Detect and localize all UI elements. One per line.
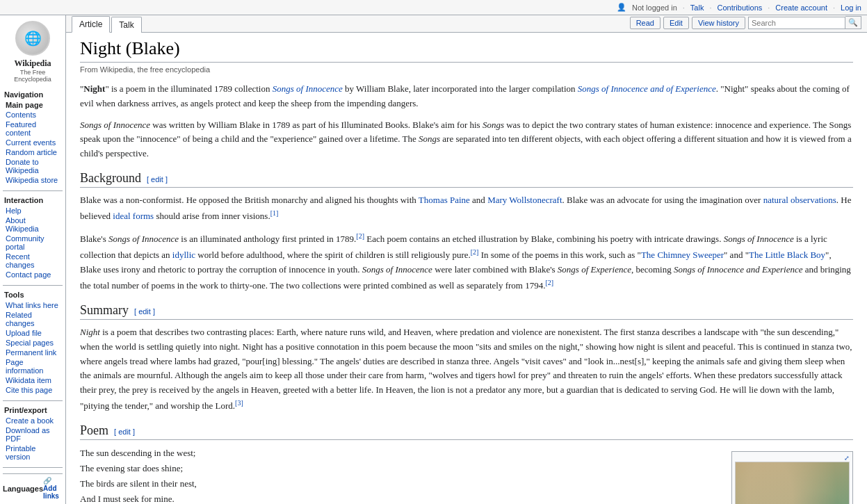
search-input[interactable] bbox=[748, 17, 845, 29]
sidebar-item-permanent[interactable]: Permanent link bbox=[3, 348, 63, 357]
footnote-1[interactable]: [1] bbox=[270, 209, 279, 217]
wikipedia-logo-icon: 🌐 bbox=[15, 21, 50, 56]
top-bar: 👤 Not logged in · Talk · Contributions ·… bbox=[0, 0, 867, 15]
tabs-bar: Article Talk Read Edit View history 🔍 bbox=[66, 15, 867, 33]
little-black-boy-link[interactable]: The Little Black Boy bbox=[749, 250, 825, 260]
footnote-2a[interactable]: [2] bbox=[356, 232, 364, 240]
summary-edit-link[interactable]: [ edit ] bbox=[134, 307, 155, 316]
sidebar-item-donate[interactable]: Donate to Wikipedia bbox=[3, 157, 63, 175]
sidebar-item-download-pdf[interactable]: Download as PDF bbox=[3, 425, 63, 444]
search-button[interactable]: 🔍 bbox=[845, 16, 861, 29]
sidebar-nav-section: Navigation Main page Contents Featured c… bbox=[3, 88, 63, 185]
article-from: From Wikipedia, the free encyclopedia bbox=[80, 65, 853, 74]
tab-article[interactable]: Article bbox=[72, 16, 110, 33]
natural-observations-link[interactable]: natural observations bbox=[763, 195, 836, 205]
user-icon: 👤 bbox=[617, 3, 626, 12]
sidebar-item-recent-changes[interactable]: Recent changes bbox=[3, 252, 63, 270]
sidebar-item-contact[interactable]: Contact page bbox=[3, 270, 63, 279]
thomas-paine-link[interactable]: Thomas Paine bbox=[419, 195, 470, 205]
mary-wollstonecraft-link[interactable]: Mary Wollstonecraft bbox=[487, 195, 562, 205]
footnote-2c[interactable]: [2] bbox=[545, 279, 553, 286]
contributions-link[interactable]: Contributions bbox=[717, 3, 762, 12]
action-edit[interactable]: Edit bbox=[663, 17, 689, 29]
article-image[interactable] bbox=[735, 462, 850, 504]
article-body: Night (Blake) From Wikipedia, the free e… bbox=[66, 33, 867, 504]
sidebar-item-what-links[interactable]: What links here bbox=[3, 300, 63, 310]
article-title-bold: Night bbox=[83, 83, 105, 94]
action-read[interactable]: Read bbox=[630, 17, 661, 29]
background-heading: Background [ edit ] bbox=[80, 171, 853, 188]
interaction-section-title: Interaction bbox=[3, 194, 63, 206]
sidebar-item-wikidata[interactable]: Wikidata item bbox=[3, 375, 63, 385]
nav-section-title: Navigation bbox=[3, 88, 63, 100]
poem-edit-link[interactable]: [ edit ] bbox=[114, 428, 135, 436]
sidebar-item-store[interactable]: Wikipedia store bbox=[3, 175, 63, 185]
sidebar-print-section: Print/export Create a book Download as P… bbox=[3, 404, 63, 462]
summary-heading: Summary [ edit ] bbox=[80, 303, 853, 320]
sidebar-item-help[interactable]: Help bbox=[3, 206, 63, 216]
sidebar-item-featured[interactable]: Featured content bbox=[3, 120, 63, 138]
background-edit-link[interactable]: [ edit ] bbox=[147, 175, 168, 184]
idyllic-link[interactable]: idyllic bbox=[172, 250, 195, 260]
talk-link[interactable]: Talk bbox=[690, 3, 704, 12]
add-links-button[interactable]: 🔗 Add links bbox=[43, 477, 63, 500]
sidebar-item-random[interactable]: Random article bbox=[3, 147, 63, 157]
sidebar-item-current-events[interactable]: Current events bbox=[3, 138, 63, 147]
sidebar-item-page-info[interactable]: Page information bbox=[3, 357, 63, 375]
footnote-3[interactable]: [3] bbox=[235, 399, 243, 407]
sidebar-item-related-changes[interactable]: Related changes bbox=[3, 310, 63, 328]
image-box: ⤢ Copy AA of William Blake's hand painte… bbox=[731, 451, 853, 504]
sidebar-interaction-section: Interaction Help About Wikipedia Communi… bbox=[3, 194, 63, 279]
summary-heading-text: Summary bbox=[80, 303, 129, 318]
poem-text: The sun descending in the west; The even… bbox=[80, 446, 718, 504]
sidebar-item-community[interactable]: Community portal bbox=[3, 234, 63, 252]
logo-subtitle: The Free Encyclopedia bbox=[3, 69, 63, 83]
background-heading-text: Background bbox=[80, 171, 141, 186]
poem-heading: Poem [ edit ] bbox=[80, 423, 853, 440]
summary-para-1: Night is a poem that describes two contr… bbox=[80, 325, 853, 414]
sidebar-item-cite[interactable]: Cite this page bbox=[3, 385, 63, 395]
poem-section: The sun descending in the west; The even… bbox=[80, 446, 853, 504]
sidebar-tools-section: Tools What links here Related changes Up… bbox=[3, 288, 63, 395]
article-title: Night (Blake) bbox=[80, 38, 853, 63]
print-section-title: Print/export bbox=[3, 404, 63, 416]
article-intro-2: Songs of Innocence was written by Willia… bbox=[80, 118, 853, 161]
ideal-forms-link[interactable]: ideal forms bbox=[113, 211, 154, 221]
image-expand-icon[interactable]: ⤢ bbox=[844, 455, 850, 462]
sidebar-item-printable[interactable]: Printable version bbox=[3, 444, 63, 462]
chimney-sweeper-link[interactable]: The Chimney Sweeper bbox=[641, 250, 724, 260]
log-in-link[interactable]: Log in bbox=[841, 3, 861, 12]
languages-title: Languages bbox=[3, 485, 43, 493]
background-para-1: Blake was a non-conformist. He opposed t… bbox=[80, 193, 853, 224]
sidebar-item-create-book[interactable]: Create a book bbox=[3, 416, 63, 425]
sidebar-item-main-page[interactable]: Main page bbox=[3, 100, 63, 110]
sidebar: 🌐 Wikipedia The Free Encyclopedia Naviga… bbox=[0, 15, 66, 504]
sidebar-item-about[interactable]: About Wikipedia bbox=[3, 216, 63, 234]
poem-stanza-1: The sun descending in the west; The even… bbox=[80, 446, 718, 504]
sidebar-languages-section: Languages 🔗 Add links bbox=[3, 473, 63, 500]
songs-of-innocence-link[interactable]: Songs of Innocence bbox=[273, 83, 343, 94]
footnote-2b[interactable]: [2] bbox=[471, 248, 479, 256]
sidebar-item-special[interactable]: Special pages bbox=[3, 338, 63, 348]
create-account-link[interactable]: Create account bbox=[775, 3, 827, 12]
main-content: Article Talk Read Edit View history 🔍 Ni… bbox=[66, 15, 867, 504]
background-para-2: Blake's Songs of Innocence is an illumin… bbox=[80, 231, 853, 293]
article-intro-1: "Night" is a poem in the illuminated 178… bbox=[80, 82, 853, 111]
search-box: 🔍 bbox=[748, 16, 861, 29]
sidebar-logo: 🌐 Wikipedia The Free Encyclopedia bbox=[3, 21, 63, 83]
tools-section-title: Tools bbox=[3, 288, 63, 300]
sidebar-item-contents[interactable]: Contents bbox=[3, 110, 63, 120]
sidebar-item-upload[interactable]: Upload file bbox=[3, 328, 63, 338]
tab-talk[interactable]: Talk bbox=[111, 17, 141, 33]
songs-combined-link[interactable]: Songs of Innocence and of Experience bbox=[578, 83, 716, 94]
action-view-history[interactable]: View history bbox=[692, 17, 745, 29]
logo-title: Wikipedia bbox=[3, 58, 63, 69]
not-logged-in: Not logged in bbox=[632, 3, 677, 12]
poem-heading-text: Poem bbox=[80, 423, 108, 438]
